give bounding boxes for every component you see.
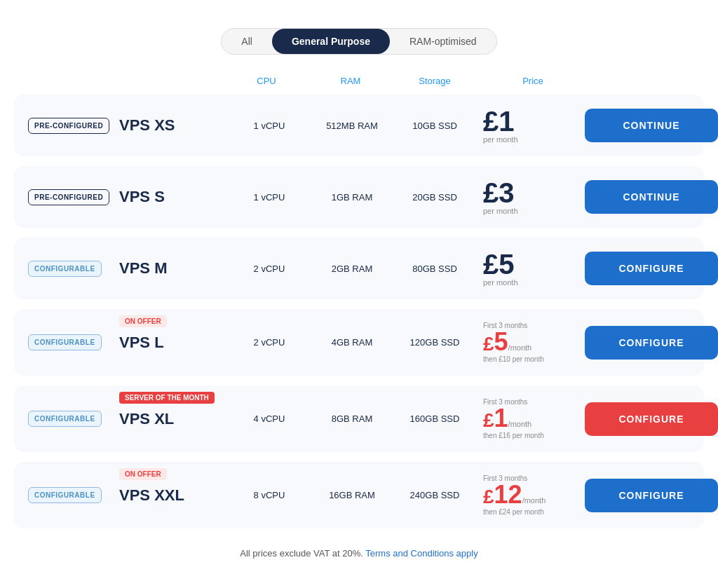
badge-vps-l: CONFIGURABLE <box>28 334 102 350</box>
action-col-vps-l: CONFIGURE <box>585 326 718 360</box>
name-col-vps-xxl: ON OFFERVPS XXL <box>119 486 228 505</box>
cpu-vps-l: 2 vCPU <box>228 337 311 348</box>
badge-vps-xl: CONFIGURABLE <box>28 411 102 427</box>
price-then-vps-xl: then £16 per month <box>483 432 544 439</box>
badge-vps-xs: PRE-CONFIGURED <box>28 118 109 134</box>
col-price: Price <box>477 76 589 86</box>
storage-vps-xl: 160GB SSD <box>393 413 476 424</box>
footer-note: All prices exclude VAT at 20%. Terms and… <box>240 548 477 559</box>
cpu-vps-xl: 4 vCPU <box>228 413 311 424</box>
top-label-vps-l: ON OFFER <box>119 315 167 327</box>
plan-name-vps-l: VPS L <box>119 334 228 352</box>
plan-name-vps-m: VPS M <box>119 259 228 278</box>
storage-vps-xs: 10GB SSD <box>393 121 476 131</box>
price-value-vps-l: 5 <box>494 329 508 355</box>
ram-vps-l: 4GB RAM <box>311 337 393 348</box>
tab-ram[interactable]: RAM-optimised <box>390 29 496 54</box>
badge-vps-s: PRE-CONFIGURED <box>28 189 109 205</box>
name-col-vps-m: VPS M <box>119 259 228 278</box>
action-col-vps-s: CONTINUE <box>585 180 718 214</box>
col-storage: Storage <box>393 76 477 86</box>
action-col-vps-xs: CONTINUE <box>585 109 718 142</box>
price-value-vps-xxl: 12 <box>494 482 522 507</box>
price-symbol-vps-l: £ <box>483 333 494 355</box>
col-cpu: CPU <box>224 76 309 86</box>
plan-name-vps-xs: VPS XS <box>119 116 228 135</box>
price-main-vps-xs: £1 <box>483 107 515 135</box>
price-col-vps-m: £5per month <box>476 250 585 287</box>
filter-tabs: All General Purpose RAM-optimised <box>221 28 496 55</box>
action-button-vps-l[interactable]: CONFIGURE <box>585 326 718 360</box>
action-button-vps-xl[interactable]: CONFIGURE <box>585 402 718 436</box>
price-col-vps-xs: £1per month <box>476 107 585 144</box>
plan-row-vps-s: PRE-CONFIGUREDVPS S1 vCPU1GB RAM20GB SSD… <box>14 166 704 228</box>
plan-row-vps-xl: CONFIGURABLESERVER OF THE MONTHVPS XL4 v… <box>14 385 704 452</box>
badge-vps-m: CONFIGURABLE <box>28 261 102 277</box>
footer-text: All prices exclude VAT at 20%. <box>240 548 363 559</box>
name-col-vps-xl: SERVER OF THE MONTHVPS XL <box>119 410 228 428</box>
cpu-vps-m: 2 vCPU <box>228 264 311 274</box>
price-per-vps-xxl: /month <box>522 496 546 505</box>
cpu-vps-s: 1 vCPU <box>228 192 311 203</box>
top-label-vps-xxl: ON OFFER <box>119 468 167 480</box>
price-col-vps-xl: First 3 months£1/monththen £16 per month <box>476 398 585 439</box>
plan-name-vps-xxl: VPS XXL <box>119 486 228 505</box>
ram-vps-s: 1GB RAM <box>311 192 393 203</box>
col-action <box>589 76 718 86</box>
badge-col-vps-xs: PRE-CONFIGURED <box>28 118 119 134</box>
badge-col-vps-s: PRE-CONFIGURED <box>28 189 119 205</box>
price-value-vps-xl: 1 <box>494 406 508 431</box>
badge-col-vps-xxl: CONFIGURABLE <box>28 487 119 503</box>
badge-col-vps-m: CONFIGURABLE <box>28 261 119 277</box>
column-headers: CPU RAM Storage Price <box>14 76 704 92</box>
plan-row-vps-xxl: CONFIGURABLEON OFFERVPS XXL8 vCPU16GB RA… <box>14 462 704 528</box>
ram-vps-xxl: 16GB RAM <box>311 490 393 500</box>
action-button-vps-m[interactable]: CONFIGURE <box>585 252 718 285</box>
plan-name-vps-s: VPS S <box>119 188 228 206</box>
ram-vps-m: 2GB RAM <box>311 264 393 274</box>
price-per-vps-xl: /month <box>508 420 532 428</box>
name-col-vps-xs: VPS XS <box>119 116 228 135</box>
storage-vps-xxl: 240GB SSD <box>393 490 476 500</box>
price-then-vps-xxl: then £24 per month <box>483 508 544 516</box>
cpu-vps-xs: 1 vCPU <box>228 121 311 131</box>
tab-all[interactable]: All <box>222 29 272 54</box>
badge-vps-xxl: CONFIGURABLE <box>28 487 102 503</box>
name-col-vps-s: VPS S <box>119 188 228 206</box>
action-button-vps-s[interactable]: CONTINUE <box>585 180 718 214</box>
action-button-vps-xs[interactable]: CONTINUE <box>585 109 718 142</box>
badge-col-vps-l: CONFIGURABLE <box>28 334 119 350</box>
badge-col-vps-xl: CONFIGURABLE <box>28 411 119 427</box>
price-period-vps-s: per month <box>483 207 518 215</box>
cpu-vps-xxl: 8 vCPU <box>228 490 311 500</box>
storage-vps-m: 80GB SSD <box>393 264 476 274</box>
plans-container: PRE-CONFIGUREDVPS XS1 vCPU512MB RAM10GB … <box>14 95 704 528</box>
price-col-vps-l: First 3 months£5/monththen £10 per month <box>476 322 585 363</box>
plan-row-vps-m: CONFIGURABLEVPS M2 vCPU2GB RAM80GB SSD£5… <box>14 238 704 299</box>
price-col-vps-xxl: First 3 months£12/monththen £24 per mont… <box>476 474 585 516</box>
plan-row-vps-l: CONFIGURABLEON OFFERVPS L2 vCPU4GB RAM12… <box>14 309 704 376</box>
storage-vps-s: 20GB SSD <box>393 192 476 203</box>
name-col-vps-l: ON OFFERVPS L <box>119 334 228 352</box>
tab-general[interactable]: General Purpose <box>272 29 390 54</box>
action-col-vps-xl: CONFIGURE <box>585 402 718 436</box>
price-per-vps-l: /month <box>508 343 532 352</box>
storage-vps-l: 120GB SSD <box>393 337 476 348</box>
price-col-vps-s: £3per month <box>476 179 585 215</box>
price-symbol-vps-xl: £ <box>483 409 494 432</box>
plan-name-vps-xl: VPS XL <box>119 410 228 428</box>
footer-link[interactable]: Terms and Conditions apply <box>365 548 477 559</box>
action-button-vps-xxl[interactable]: CONFIGURE <box>585 479 718 512</box>
price-period-vps-xs: per month <box>483 135 518 144</box>
price-then-vps-l: then £10 per month <box>483 355 544 363</box>
price-main-vps-m: £5 <box>483 250 515 278</box>
price-symbol-vps-xxl: £ <box>483 486 494 508</box>
action-col-vps-m: CONFIGURE <box>585 252 718 285</box>
top-label-vps-xl: SERVER OF THE MONTH <box>119 392 215 404</box>
plan-row-vps-xs: PRE-CONFIGUREDVPS XS1 vCPU512MB RAM10GB … <box>14 95 704 156</box>
ram-vps-xl: 8GB RAM <box>311 413 393 424</box>
col-ram: RAM <box>309 76 393 86</box>
ram-vps-xs: 512MB RAM <box>311 121 393 131</box>
price-period-vps-m: per month <box>483 278 518 287</box>
price-main-vps-s: £3 <box>483 179 515 207</box>
